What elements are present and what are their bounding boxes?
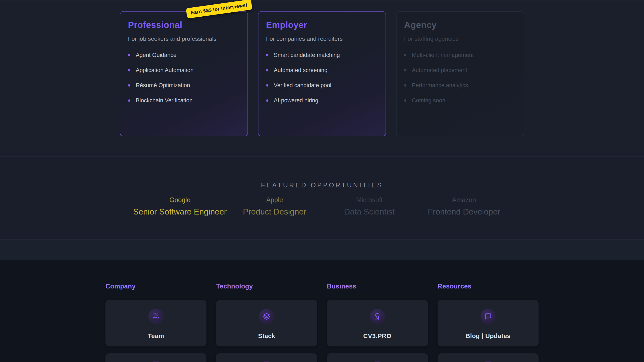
footer-card-partial[interactable] [106, 353, 206, 362]
pricing-cards-row: ProfessionalFor job seekers and professi… [120, 0, 524, 136]
footer-card-stack[interactable]: Stack [216, 300, 317, 347]
pricing-card-title: Agency [404, 20, 516, 30]
pricing-card-employer[interactable]: EmployerFor companies and recruitersSmar… [258, 11, 386, 136]
footer-card-partial[interactable] [438, 353, 538, 362]
feature-item: Automated screening [266, 63, 378, 78]
job-item-amazon[interactable]: AmazonFrontend Developer [417, 196, 512, 217]
job-title: Data Scientist [322, 207, 417, 217]
feature-label: Coming soon... [412, 97, 450, 104]
feature-label: Blockchain Verification [136, 97, 192, 104]
chat-bubble-icon [480, 309, 496, 324]
job-company: Microsoft [322, 196, 417, 204]
feature-label: Résumé Optimization [136, 82, 190, 89]
users-icon [148, 309, 164, 324]
footer-card-label: Team [148, 332, 164, 340]
award-icon [370, 309, 385, 324]
footer-heading-resources: Resources [438, 283, 538, 290]
feature-label: Automated placement [412, 67, 467, 74]
job-item-apple[interactable]: AppleProduct Designer [227, 196, 322, 217]
circle-icon [148, 361, 164, 362]
footer-card-label: Stack [258, 332, 275, 340]
footer-heading-company: Company [106, 283, 206, 290]
job-title: Senior Software Engineer [132, 207, 227, 217]
pricing-card-title: Professional [128, 20, 240, 30]
feature-item: Automated placement [404, 63, 516, 78]
feature-item: Agent Guidance [128, 47, 240, 63]
landing-page: { "colors": { "accent_purple": "#7d5bf0"… [0, 0, 644, 362]
bullet-dot-icon [404, 54, 406, 56]
feature-label: Multi-client management [412, 52, 474, 58]
job-company: Google [132, 196, 227, 204]
footer-section: CompanyTeamTechnologyStackBusinessCV3.PR… [0, 260, 644, 362]
footer-heading-technology: Technology [216, 283, 317, 290]
feature-item: Performance analytics [404, 78, 516, 93]
feature-label: Performance analytics [412, 82, 468, 89]
pricing-card-subtitle: For job seekers and professionals [128, 36, 240, 42]
footer-card-partial[interactable] [216, 353, 317, 362]
bullet-dot-icon [128, 69, 130, 71]
feature-label: Automated screening [274, 67, 328, 74]
feature-item: AI-powered hiring [266, 93, 378, 108]
job-company: Apple [227, 196, 322, 204]
feature-item: Verified candidate pool [266, 78, 378, 93]
bullet-dot-icon [266, 99, 268, 102]
circle-icon [370, 361, 385, 362]
feature-label: AI-powered hiring [274, 97, 318, 104]
bullet-dot-icon [266, 69, 268, 71]
footer-column-business: BusinessCV3.PRO [327, 283, 428, 362]
job-item-google[interactable]: GoogleSenior Software Engineer [132, 196, 227, 217]
job-item-microsoft[interactable]: MicrosoftData Scientist [322, 196, 417, 217]
bullet-dot-icon [266, 54, 268, 56]
feature-item: Application Automation [128, 63, 240, 78]
feature-label: Application Automation [136, 67, 194, 74]
footer-card-label: Blog | Updates [466, 332, 510, 340]
pricing-card-subtitle: For companies and recruiters [266, 36, 378, 42]
bullet-dot-icon [404, 84, 406, 87]
circle-icon [259, 361, 274, 362]
featured-opportunities-heading: FEATURED OPPORTUNITIES [0, 157, 644, 189]
circle-icon [480, 361, 496, 362]
feature-list: Multi-client managementAutomated placeme… [404, 47, 516, 108]
featured-jobs-row: GoogleSenior Software EngineerAppleProdu… [132, 196, 512, 217]
pricing-card-subtitle: For staffing agencies [404, 36, 516, 42]
bullet-dot-icon [404, 99, 406, 102]
pricing-section: ProfessionalFor job seekers and professi… [0, 0, 644, 157]
feature-list: Agent GuidanceApplication AutomationRésu… [128, 47, 240, 108]
job-title: Product Designer [227, 207, 322, 217]
footer-column-resources: ResourcesBlog | Updates [438, 283, 538, 362]
footer-column-technology: TechnologyStack [216, 283, 317, 362]
layers-icon [259, 309, 274, 324]
footer-card-partial[interactable] [327, 353, 428, 362]
feature-item: Résumé Optimization [128, 78, 240, 93]
feature-item: Smart candidate matching [266, 47, 378, 63]
pricing-card-title: Employer [266, 20, 378, 30]
feature-label: Verified candidate pool [274, 82, 331, 89]
bullet-dot-icon [128, 84, 130, 87]
footer-column-company: CompanyTeam [106, 283, 206, 362]
bullet-dot-icon [128, 54, 130, 56]
feature-item: Coming soon... [404, 93, 516, 108]
feature-item: Blockchain Verification [128, 93, 240, 108]
feature-label: Smart candidate matching [274, 52, 340, 58]
footer-card-team[interactable]: Team [106, 300, 206, 347]
footer-heading-business: Business [327, 283, 428, 290]
featured-opportunities-section: FEATURED OPPORTUNITIES GoogleSenior Soft… [0, 157, 644, 240]
feature-list: Smart candidate matchingAutomated screen… [266, 47, 378, 108]
footer-card-cv3-pro[interactable]: CV3.PRO [327, 300, 428, 347]
bullet-dot-icon [128, 99, 130, 102]
feature-label: Agent Guidance [136, 52, 176, 58]
job-title: Frontend Developer [417, 207, 512, 217]
footer-grid: CompanyTeamTechnologyStackBusinessCV3.PR… [106, 283, 538, 362]
section-spacer [0, 240, 644, 260]
bullet-dot-icon [266, 84, 268, 87]
feature-item: Multi-client management [404, 47, 516, 63]
footer-card-blog-updates[interactable]: Blog | Updates [438, 300, 538, 347]
pricing-card-agency[interactable]: AgencyFor staffing agenciesMulti-client … [396, 11, 524, 136]
footer-card-label: CV3.PRO [363, 332, 392, 340]
job-company: Amazon [417, 196, 512, 204]
bullet-dot-icon [404, 69, 406, 71]
pricing-card-professional[interactable]: ProfessionalFor job seekers and professi… [120, 11, 248, 136]
